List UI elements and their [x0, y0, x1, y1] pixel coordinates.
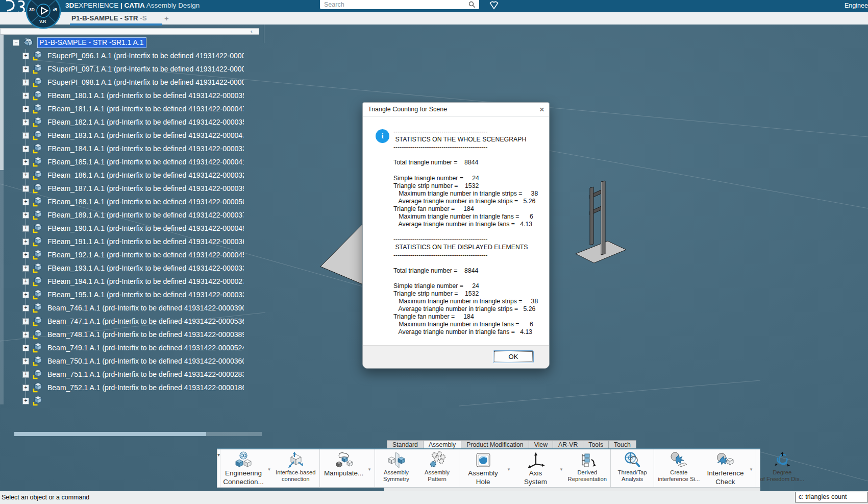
- expand-expander-icon[interactable]: +: [22, 292, 29, 298]
- tree-item[interactable]: + FBeam_191.1 A.1 (prd-Interfix to be de…: [0, 235, 244, 248]
- ribbon-button[interactable]: Create interference Si...: [656, 449, 702, 487]
- new-tab-button[interactable]: +: [164, 14, 169, 22]
- tree-item[interactable]: + Beam_750.1 A.1 (prd-Interfix to be def…: [0, 354, 244, 368]
- action-bar-tab[interactable]: Standard: [387, 440, 423, 449]
- vertical-scrollbar-thumb[interactable]: [0, 35, 4, 170]
- expand-expander-icon[interactable]: +: [22, 385, 29, 391]
- expand-expander-icon[interactable]: +: [22, 278, 29, 285]
- search-input[interactable]: Search: [320, 0, 479, 9]
- expand-expander-icon[interactable]: +: [22, 371, 29, 378]
- ribbon-button[interactable]: Manipulate...: [321, 449, 366, 487]
- expand-expander-icon[interactable]: +: [22, 185, 29, 192]
- expand-expander-icon[interactable]: +: [22, 106, 29, 112]
- action-bar-tab[interactable]: Assembly: [423, 440, 461, 449]
- ribbon-button[interactable]: Engineering Connection...: [221, 449, 266, 487]
- expand-expander-icon[interactable]: +: [22, 305, 29, 311]
- document-tab[interactable]: P1-B-SAMPLE - STR -S: [71, 14, 147, 22]
- user-profile-label[interactable]: Engineering: [845, 2, 868, 9]
- close-icon[interactable]: ×: [539, 104, 544, 116]
- tree-item[interactable]: + FBeam_192.1 A.1 (prd-Interfix to be de…: [0, 248, 244, 261]
- ribbon-button[interactable]: Assembly Pattern: [417, 449, 457, 487]
- tree-item[interactable]: + FBeam_193.1 A.1 (prd-Interfix to be de…: [0, 261, 244, 275]
- expand-expander-icon[interactable]: +: [22, 79, 29, 86]
- ribbon-button[interactable]: Axis System: [513, 449, 558, 487]
- dropdown-caret-icon[interactable]: ▾: [266, 449, 272, 487]
- action-bar-tab[interactable]: View: [529, 440, 553, 449]
- tree-item[interactable]: + FBeam_190.1 A.1 (prd-Interfix to be de…: [0, 222, 244, 235]
- compass-vr-label[interactable]: V.R: [39, 19, 46, 24]
- ribbon-button[interactable]: Interface-based connection: [274, 449, 318, 487]
- search-icon[interactable]: [468, 1, 476, 8]
- expand-expander-icon[interactable]: +: [22, 199, 29, 205]
- tree-item[interactable]: + FSuperPI_098.1 A.1 (prd-Interfix to be…: [0, 76, 244, 89]
- dropdown-caret-icon[interactable]: ▾: [366, 449, 373, 487]
- action-bar-tab[interactable]: AR-VR: [553, 440, 583, 449]
- dropdown-caret-icon[interactable]: ▾: [506, 449, 512, 487]
- collapse-tree-icon[interactable]: ‹: [251, 28, 253, 35]
- expand-expander-icon[interactable]: +: [22, 265, 29, 272]
- 3ds-logo-icon[interactable]: [3, 0, 26, 12]
- expand-expander-icon[interactable]: +: [22, 159, 29, 165]
- tree-root-item[interactable]: − P1-B-SAMPLE - STR -SR1.1 A.1: [0, 36, 244, 49]
- tree-item[interactable]: + FBeam_186.1 A.1 (prd-Interfix to be de…: [0, 169, 244, 182]
- dropdown-caret-icon[interactable]: ▾: [558, 449, 565, 487]
- tree-vertical-scrollbar[interactable]: [0, 35, 4, 404]
- expand-expander-icon[interactable]: +: [22, 318, 29, 325]
- expand-expander-icon[interactable]: +: [22, 358, 29, 365]
- expand-expander-icon[interactable]: +: [22, 53, 29, 59]
- horizontal-scrollbar-thumb[interactable]: [14, 432, 206, 436]
- expand-expander-icon[interactable]: +: [22, 331, 29, 338]
- expand-expander-icon[interactable]: +: [22, 119, 29, 126]
- tree-horizontal-scrollbar[interactable]: [14, 432, 262, 436]
- tree-item[interactable]: + FBeam_195.1 A.1 (prd-Interfix to be de…: [0, 288, 244, 301]
- dropdown-caret-icon[interactable]: ▾: [748, 449, 754, 487]
- tree-item[interactable]: + FBeam_188.1 A.1 (prd-Interfix to be de…: [0, 195, 244, 208]
- expand-expander-icon[interactable]: +: [22, 225, 29, 232]
- ok-button[interactable]: OK: [493, 350, 534, 363]
- tree-item[interactable]: + FBeam_183.1 A.1 (prd-Interfix to be de…: [0, 129, 244, 142]
- ribbon-button[interactable]: Assembly Symmetry: [377, 449, 416, 487]
- expand-expander-icon[interactable]: +: [22, 146, 29, 152]
- favorites-compass-icon[interactable]: [488, 0, 500, 10]
- expand-expander-icon[interactable]: +: [22, 172, 29, 179]
- robot-compass[interactable]: 3D iR V.R: [26, 0, 61, 29]
- tree-item[interactable]: + FBeam_181.1 A.1 (prd-Interfix to be de…: [0, 102, 244, 115]
- expand-expander-icon[interactable]: +: [22, 252, 29, 258]
- expand-expander-icon[interactable]: +: [22, 132, 29, 139]
- action-bar-tab[interactable]: Product Modification: [461, 440, 528, 449]
- tree-item[interactable]: + FSuperPI_097.1 A.1 (prd-Interfix to be…: [0, 62, 244, 76]
- expand-expander-icon[interactable]: +: [22, 345, 29, 351]
- power-input-field[interactable]: c: triangles count: [795, 492, 868, 502]
- tree-item[interactable]: + FBeam_194.1 A.1 (prd-Interfix to be de…: [0, 275, 244, 288]
- action-bar-tab[interactable]: Touch: [608, 440, 636, 449]
- ribbon-button[interactable]: Thread/Tap Analysis: [612, 449, 652, 487]
- tree-item[interactable]: + Beam_751.1 A.1 (prd-Interfix to be def…: [0, 368, 244, 381]
- tree-item[interactable]: + Beam_748.1 A.1 (prd-Interfix to be def…: [0, 328, 244, 341]
- action-bar-tab[interactable]: Tools: [583, 440, 608, 449]
- tree-item[interactable]: + Beam_747.1 A.1 (prd-Interfix to be def…: [0, 315, 244, 328]
- ribbon-button[interactable]: Assembly Hole: [461, 449, 506, 487]
- tree-item[interactable]: + FBeam_185.1 A.1 (prd-Interfix to be de…: [0, 155, 244, 169]
- tree-item[interactable]: + Beam_749.1 A.1 (prd-Interfix to be def…: [0, 341, 244, 354]
- expand-expander-icon[interactable]: +: [22, 212, 29, 219]
- expand-expander-icon[interactable]: +: [22, 238, 29, 245]
- tree-item-partial[interactable]: +: [0, 394, 244, 407]
- expand-expander-icon[interactable]: +: [22, 92, 29, 99]
- tree-item[interactable]: + FBeam_184.1 A.1 (prd-Interfix to be de…: [0, 142, 244, 155]
- collapse-expander-icon[interactable]: −: [13, 39, 19, 46]
- compass-3d-label[interactable]: 3D: [29, 7, 35, 12]
- tree-item[interactable]: + Beam_752.1 A.1 (prd-Interfix to be def…: [0, 381, 244, 394]
- compass-ir-label[interactable]: iR: [53, 7, 58, 12]
- ribbon-button[interactable]: Derived Representation: [566, 449, 609, 487]
- tree-item[interactable]: + Beam_746.1 A.1 (prd-Interfix to be def…: [0, 301, 244, 315]
- ribbon-button[interactable]: Interference Check: [703, 449, 748, 487]
- tree-item[interactable]: + FBeam_189.1 A.1 (prd-Interfix to be de…: [0, 208, 244, 222]
- tree-item[interactable]: + FBeam_180.1 A.1 (prd-Interfix to be de…: [0, 89, 244, 102]
- expand-expander-icon[interactable]: +: [22, 398, 29, 404]
- tree-item[interactable]: + FBeam_182.1 A.1 (prd-Interfix to be de…: [0, 115, 244, 129]
- ribbon-button[interactable]: Degree of Freedom Dis...: [758, 449, 806, 487]
- tree-item[interactable]: + FBeam_187.1 A.1 (prd-Interfix to be de…: [0, 182, 244, 195]
- tree-item[interactable]: + FSuperPI_096.1 A.1 (prd-Interfix to be…: [0, 49, 244, 62]
- tree-root-label[interactable]: P1-B-SAMPLE - STR -SR1.1 A.1: [38, 38, 146, 47]
- expand-expander-icon[interactable]: +: [22, 66, 29, 73]
